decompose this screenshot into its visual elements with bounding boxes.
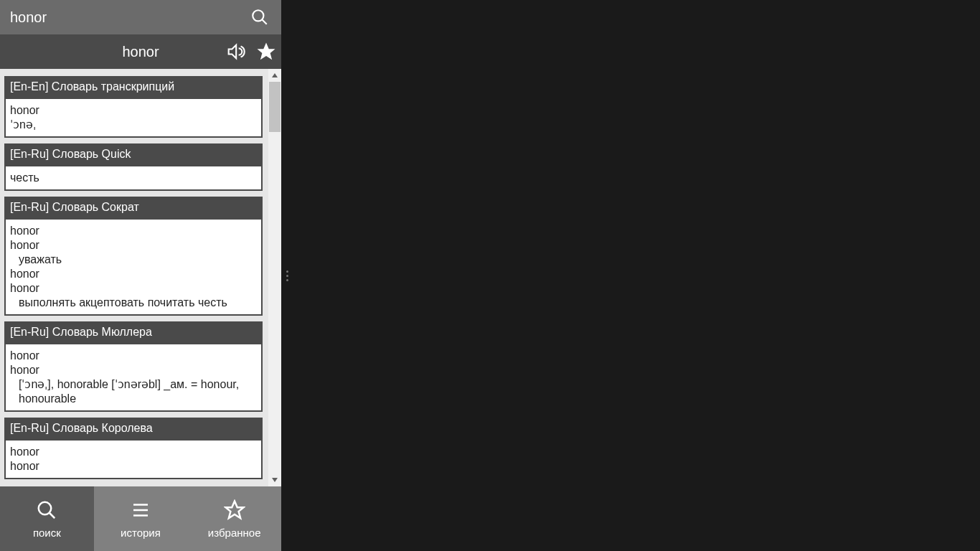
svg-line-7 [50, 512, 55, 518]
nav-favorites-label: избранное [208, 527, 261, 539]
entry-body: честь [6, 165, 261, 189]
favorite-button[interactable] [255, 41, 277, 62]
svg-point-0 [253, 10, 263, 21]
entry-header: [En-Ru] Словарь Сократ [6, 198, 261, 218]
bottom-nav: поиск история избранное [0, 486, 281, 551]
search-icon [250, 8, 269, 27]
star-icon [255, 41, 277, 62]
entry-line: уважать [10, 253, 257, 267]
entry-line: honor [10, 281, 257, 296]
search-input[interactable] [10, 9, 245, 26]
svg-marker-11 [225, 501, 243, 518]
entry-line: honor [10, 238, 257, 253]
dictionary-entry[interactable]: [En-Ru] Словарь Королеваhonorhonor [4, 418, 263, 479]
nav-favorites[interactable]: избранное [187, 486, 281, 551]
pronounce-button[interactable] [225, 42, 245, 62]
entry-body: honorhonor[ˈɔnəˌ], honorable [ˈɔnərəbl] … [6, 343, 261, 410]
svg-point-6 [39, 501, 52, 514]
entry-body: honorˈɔnəˌ [6, 98, 261, 136]
svg-line-1 [262, 19, 267, 24]
search-bar [0, 0, 281, 34]
nav-search-label: поиск [33, 527, 61, 539]
nav-history-label: история [121, 527, 161, 539]
speaker-icon [225, 42, 245, 62]
scroll-thumb[interactable] [269, 82, 281, 132]
nav-search[interactable]: поиск [0, 486, 94, 551]
dictionary-entry[interactable]: [En-Ru] Словарь Quickчесть [4, 143, 263, 191]
app-root: honor [En-En] Словарь транскрипцийhon [0, 0, 980, 551]
chevron-up-icon [271, 72, 278, 79]
entry-header: [En-Ru] Словарь Мюллера [6, 323, 261, 343]
entry-header: [En-Ru] Словарь Quick [6, 145, 261, 165]
splitter[interactable] [281, 0, 293, 551]
entry-header: [En-Ru] Словарь Королева [6, 419, 261, 439]
svg-marker-3 [258, 43, 275, 60]
entry-line: выполнять акцептовать почитать честь [10, 296, 257, 310]
entry-line: honor [10, 267, 257, 281]
entry-line: honor [10, 363, 257, 377]
splitter-handle-icon [283, 267, 291, 284]
nav-history[interactable]: история [94, 486, 188, 551]
svg-marker-5 [272, 478, 278, 482]
entry-body: honorhonor [6, 439, 261, 478]
word-title: honor [122, 44, 159, 60]
svg-marker-4 [272, 73, 278, 77]
dictionary-entry[interactable]: [En-Ru] Словарь Сократhonorhonorуважатьh… [4, 197, 263, 316]
svg-marker-2 [229, 45, 237, 59]
entry-header: [En-En] Словарь транскрипций [6, 77, 261, 98]
entry-line: honor [10, 224, 257, 238]
scroll-up-arrow[interactable] [268, 69, 281, 82]
search-icon [36, 499, 57, 521]
scroll-down-arrow[interactable] [268, 474, 281, 486]
scrollbar[interactable] [268, 69, 281, 486]
entry-line: honor [10, 349, 257, 363]
list-icon [130, 499, 151, 521]
entry-line: [ˈɔnəˌ], honorable [ˈɔnərəbl] _ам. = hon… [10, 377, 257, 406]
entry-line: honor [10, 459, 257, 474]
dictionary-entry[interactable]: [En-En] Словарь транскрипцийhonorˈɔnəˌ [4, 76, 263, 138]
entry-body: honorhonorуважатьhonorhonorвыполнять акц… [6, 218, 261, 314]
search-button[interactable] [245, 3, 274, 32]
entries-area: [En-En] Словарь транскрипцийhonorˈɔnəˌ[E… [0, 69, 281, 486]
entry-line: честь [10, 171, 257, 185]
entry-line: honor [10, 445, 257, 459]
sidebar: honor [En-En] Словарь транскрипцийhon [0, 0, 281, 551]
chevron-down-icon [271, 476, 278, 484]
word-actions [225, 34, 277, 69]
word-bar: honor [0, 34, 281, 69]
entries-list[interactable]: [En-En] Словарь транскрипцийhonorˈɔnəˌ[E… [0, 69, 267, 486]
content-area [293, 0, 980, 551]
dictionary-entry[interactable]: [En-Ru] Словарь Мюллераhonorhonor[ˈɔnəˌ]… [4, 321, 263, 412]
entry-line: honor [10, 103, 257, 118]
entry-line: ˈɔnəˌ [10, 118, 257, 132]
star-outline-icon [224, 499, 245, 521]
